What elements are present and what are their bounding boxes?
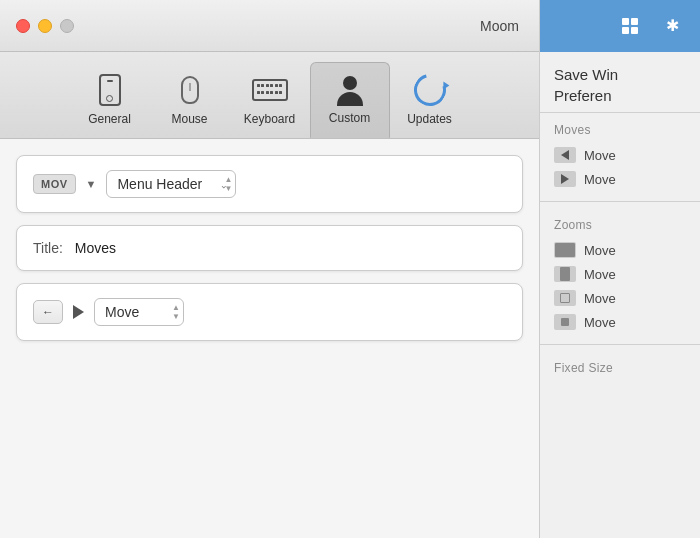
arrow-left-move-icon [554,147,576,163]
tab-mouse[interactable]: Mouse [150,64,230,138]
close-button[interactable] [16,19,30,33]
menu-header-select-wrapper: Menu Header Menu Item Separator ▲ ▼ [106,170,236,198]
window-controls [16,19,74,33]
section-fixed-size-label: Fixed Size [554,361,686,375]
section-zooms-label: Zooms [554,218,686,232]
arrow-left-icon: ← [42,305,54,319]
minimize-button[interactable] [38,19,52,33]
tab-keyboard-label: Keyboard [244,112,295,126]
divider-1 [540,201,700,202]
zoom-item-4[interactable]: Move [554,310,686,334]
svg-text:✱: ✱ [666,17,679,34]
mov-row: MOV ▼ Menu Header Menu Item Separator ▲ … [16,155,523,213]
svg-rect-3 [631,27,638,34]
tab-general-label: General [88,112,131,126]
mov-badge: MOV [33,174,76,194]
arrow-left-button[interactable]: ← [33,300,63,324]
keyboard-icon [252,72,288,108]
tab-keyboard[interactable]: Keyboard [230,64,310,138]
tab-mouse-label: Mouse [171,112,207,126]
svg-rect-2 [622,27,629,34]
right-header-title: Save WinPreferen [554,64,686,106]
general-icon [99,72,121,108]
tab-custom-label: Custom [329,111,370,125]
move-item-2-text: Move [584,172,616,187]
play-button[interactable] [73,305,84,319]
svg-rect-0 [622,18,629,25]
right-header: Save WinPreferen [540,52,700,113]
title-input[interactable] [75,240,506,256]
zoom-item-3-text: Move [584,291,616,306]
menu-header-select[interactable]: Menu Header Menu Item Separator [106,170,236,198]
title-bar: Moom [0,0,539,52]
section-moves-label: Moves [554,123,686,137]
tab-updates-label: Updates [407,112,452,126]
move-select-wrapper: Move Resize Zoom ▲ ▼ [94,298,184,326]
mouse-icon [181,72,199,108]
zoom-item-2[interactable]: Move [554,262,686,286]
content-area: MOV ▼ Menu Header Menu Item Separator ▲ … [0,139,539,538]
svg-rect-1 [631,18,638,25]
title-label: Title: [33,240,63,256]
section-zooms: Zooms Move Move Move Move [540,208,700,338]
arrow-right-move-icon [554,171,576,187]
tab-custom[interactable]: Custom [310,62,390,138]
zoom-full-icon [554,242,576,258]
zoom-item-1[interactable]: Move [554,238,686,262]
right-panel: ✱ Save WinPreferen Moves Move Move Zooms [540,0,700,538]
toolbar: General Mouse Keyboard [0,52,539,139]
tab-general[interactable]: General [70,64,150,138]
asterisk-icon[interactable]: ✱ [654,8,690,44]
move-item-1[interactable]: Move [554,143,686,167]
tab-updates[interactable]: Updates [390,64,470,138]
move-item-2[interactable]: Move [554,167,686,191]
zoom-item-4-text: Move [584,315,616,330]
maximize-button[interactable] [60,19,74,33]
section-moves: Moves Move Move [540,113,700,195]
dropdown-triangle: ▼ [86,178,97,190]
updates-icon [414,72,446,108]
zoom-tiny-icon [554,314,576,330]
title-row: Title: [16,225,523,271]
window-title: Moom [480,18,519,34]
action-row: ← Move Resize Zoom ▲ ▼ [16,283,523,341]
main-window: Moom General Mouse [0,0,540,538]
move-item-1-text: Move [584,148,616,163]
zoom-item-3[interactable]: Move [554,286,686,310]
custom-icon [333,71,367,107]
section-fixed-size: Fixed Size [540,351,700,385]
zoom-half-icon [554,266,576,282]
grid-icon[interactable] [612,8,648,44]
right-toolbar: ✱ [540,0,700,52]
move-select[interactable]: Move Resize Zoom [94,298,184,326]
zoom-item-2-text: Move [584,267,616,282]
zoom-item-1-text: Move [584,243,616,258]
zoom-small-icon [554,290,576,306]
divider-2 [540,344,700,345]
